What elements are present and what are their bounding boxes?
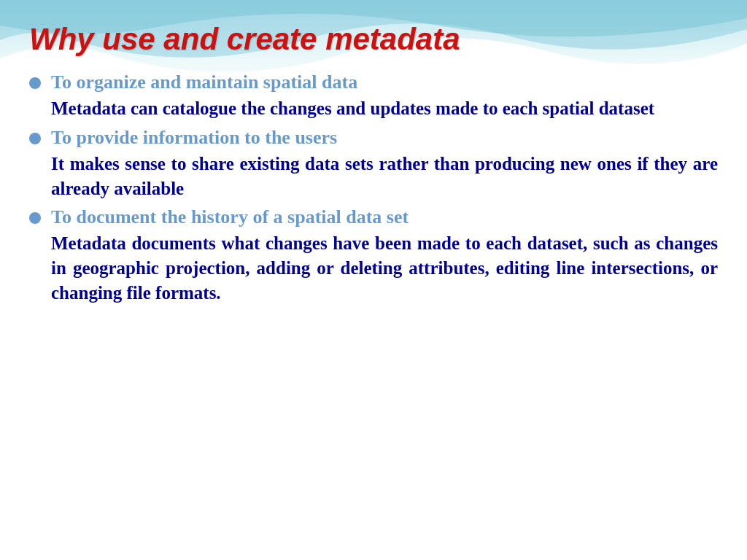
bullet-header-2: To provide information to the users xyxy=(29,127,718,149)
slide-title: Why use and create metadata xyxy=(29,22,718,57)
slide-content: Why use and create metadata To organize … xyxy=(0,0,747,326)
bullet-sub-1: Metadata can catalogue the changes and u… xyxy=(51,96,718,121)
list-item: To organize and maintain spatial data Me… xyxy=(29,71,718,121)
bullet-header-text-1: To organize and maintain spatial data xyxy=(51,71,357,93)
bullet-dot-1 xyxy=(29,77,41,89)
bullet-header-text-2: To provide information to the users xyxy=(51,127,337,149)
bullet-dot-3 xyxy=(29,212,41,224)
bullet-header-1: To organize and maintain spatial data xyxy=(29,71,718,93)
bullet-sub-3: Metadata documents what changes have bee… xyxy=(51,231,718,305)
bullet-sub-2: It makes sense to share existing data se… xyxy=(51,152,718,201)
bullet-header-text-3: To document the history of a spatial dat… xyxy=(51,206,409,228)
bullet-header-3: To document the history of a spatial dat… xyxy=(29,206,718,228)
bullet-list: To organize and maintain spatial data Me… xyxy=(29,71,718,306)
bullet-dot-2 xyxy=(29,133,41,144)
list-item: To document the history of a spatial dat… xyxy=(29,206,718,305)
list-item: To provide information to the users It m… xyxy=(29,127,718,201)
